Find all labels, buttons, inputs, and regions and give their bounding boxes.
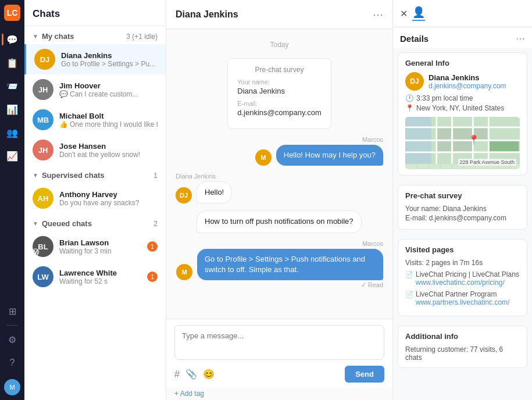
details-menu-icon[interactable]: ⋯	[516, 33, 525, 44]
avatar-lawrence: LW	[33, 266, 53, 287]
nav-analytics[interactable]: 📈	[2, 145, 23, 166]
close-icon[interactable]: ✕	[400, 8, 408, 19]
survey-email-value: d.jenkins@company.com	[237, 108, 321, 117]
supervised-chats-count: 1	[153, 172, 158, 180]
chat-item-diana[interactable]: DJ Diana Jenkins Go to Profile > Setting…	[24, 44, 166, 74]
msg-group-incoming-1: Diana Jenkins DJ Hello!	[176, 173, 383, 203]
chat-preview-jim: 💬 Can I create custom...	[59, 90, 158, 98]
map-widget[interactable]: 📍 228 Park Avenue South	[405, 117, 520, 169]
supervised-chats-section-header[interactable]: ▼ Supervised chats 1	[24, 165, 166, 183]
msg-sender-diana-1: Diana Jenkins	[176, 173, 216, 180]
page-2-url[interactable]: www.partners.livechatinc.com/	[416, 298, 509, 306]
chat-name-diana: Diana Jenkins	[61, 51, 158, 60]
avatar-jose: JH	[33, 140, 53, 160]
returning-customer: Returning customer: 77 visits, 6 chats	[405, 345, 520, 362]
chat-name-brian: Brian Lawson	[59, 238, 145, 247]
nav-user-avatar[interactable]: M	[4, 379, 20, 395]
chat-info-jim: Jim Hoover 💬 Can I create custom...	[59, 81, 158, 98]
details-panel: ✕ 👤 Details ⋯ General Info DJ Diana Jenk…	[392, 0, 532, 400]
nav-settings[interactable]: ⚙	[2, 329, 23, 350]
chat-name-jose: Jose Hansen	[59, 142, 158, 151]
svg-rect-9	[438, 128, 451, 140]
page-2-info: LiveChat Partner Program www.partners.li…	[416, 290, 509, 306]
nav-tickets[interactable]: 📨	[2, 76, 23, 97]
nav-bar: LC 💬 📋 📨 📊 👥 📈 ⊞ ⚙ ? M	[0, 0, 24, 400]
chat-preview-jose: Don't eat the yellow snow!	[59, 151, 158, 159]
chat-header: Diana Jenkins ⋯	[166, 0, 392, 29]
map-address-label: 228 Park Avenue South	[458, 159, 516, 166]
general-info-email: d.jenkins@company.com	[429, 82, 506, 90]
chat-item-jim[interactable]: JH Jim Hoover 💬 Can I create custom...	[24, 74, 166, 105]
chat-item-lawrence[interactable]: LW Lawrence White Waiting for 52 s 1	[24, 262, 166, 292]
visited-page-2: 📄 LiveChat Partner Program www.partners.…	[405, 290, 520, 306]
msg-row-incoming-1: DJ Hello!	[176, 181, 232, 203]
visits-value: 2 pages in 7m 16s	[426, 259, 483, 267]
msg-bubble-incoming-2: How to turn off push notifications on mo…	[197, 210, 362, 233]
chat-input-toolbar: # 📎 😊 Send	[174, 366, 384, 383]
msg-sender-marcos-1: Marcos	[362, 136, 383, 143]
nav-help[interactable]: ?	[2, 352, 23, 373]
nav-visitors[interactable]: 👥	[2, 122, 23, 143]
user-profile-icon[interactable]: 👤	[412, 6, 425, 21]
nav-apps[interactable]: ⊞	[2, 301, 23, 322]
chat-preview-brian: Waiting for 3 min	[59, 247, 145, 255]
nav-notes[interactable]: 📋	[2, 52, 23, 73]
prechat-survey-section: Pre-chat survey Your name: Diana Jenkins…	[398, 185, 527, 230]
general-info-name: Diana Jenkins	[429, 73, 506, 82]
chat-name-michael: Michael Bolt	[59, 112, 158, 120]
attach-icon[interactable]: 📎	[185, 369, 197, 380]
chat-menu-icon[interactable]: ⋯	[373, 8, 383, 21]
msg-group-outgoing-1: Marcos Hello! How may I help you? M	[176, 136, 383, 166]
general-info-name-email: Diana Jenkins d.jenkins@company.com	[429, 73, 506, 90]
avatar-brian: BL Ⓜ	[33, 236, 53, 257]
prechat-survey-title: Pre-chat survey	[405, 191, 520, 200]
my-chats-section-header[interactable]: ▼ My chats 3 (+1 idle)	[24, 26, 166, 44]
msg-bubble-outgoing-1: Hello! How may I help you?	[276, 145, 383, 166]
unread-badge-lawrence: 1	[147, 272, 158, 282]
chat-preview-diana: Go to Profile > Settings > Pu...	[61, 60, 158, 68]
chat-input[interactable]	[174, 325, 384, 360]
nav-reports[interactable]: 📊	[2, 99, 23, 120]
general-info-time: 🕐 3:33 pm local time	[405, 94, 520, 102]
additional-info-section: Additional info Returning customer: 77 v…	[398, 326, 527, 368]
visits-label: Visits:	[405, 259, 426, 267]
emoji-icon[interactable]: 😊	[203, 369, 215, 380]
nav-divider	[6, 325, 18, 326]
add-tag-button[interactable]: + Add tag	[166, 387, 392, 400]
chat-item-brian[interactable]: BL Ⓜ Brian Lawson Waiting for 3 min 1	[24, 231, 166, 262]
chat-preview-anthony: Do you have any snacks?	[59, 199, 158, 207]
survey-name-label: Your name:	[237, 78, 321, 85]
queued-chats-count: 2	[153, 220, 158, 228]
my-chats-label: My chats	[42, 32, 126, 41]
msg-avatar-marcos-2: M	[176, 264, 192, 280]
chat-preview-lawrence: Waiting for 52 s	[59, 277, 145, 285]
chat-info-diana: Diana Jenkins Go to Profile > Settings >…	[61, 51, 158, 68]
queued-chats-section-header[interactable]: ▼ Queued chats 2	[24, 213, 166, 231]
avatar-diana: DJ	[34, 49, 55, 70]
page-1-url[interactable]: www.livechatinc.com/pricing/	[416, 278, 505, 287]
chat-item-anthony[interactable]: AH Anthony Harvey Do you have any snacks…	[24, 183, 166, 213]
svg-rect-12	[438, 141, 451, 151]
queued-chats-chevron: ▼	[33, 220, 38, 227]
local-time: 3:33 pm local time	[416, 94, 473, 102]
send-button[interactable]: Send	[345, 366, 384, 383]
page-1-title: LiveChat Pricing | LiveChat Plans	[416, 270, 519, 278]
chat-item-jose[interactable]: JH Jose Hansen Don't eat the yellow snow…	[24, 135, 166, 165]
avatar-jim: JH	[33, 79, 53, 100]
prechat-email: E-mail: d.jenkins@company.com	[405, 214, 520, 222]
hashtag-icon[interactable]: #	[174, 369, 180, 380]
survey-card-title: Pre-chat survey	[237, 66, 321, 74]
avatar-anthony: AH	[33, 188, 53, 209]
details-title: Details	[400, 34, 429, 44]
page-icon-2: 📄	[405, 291, 413, 298]
chat-info-anthony: Anthony Harvey Do you have any snacks?	[59, 190, 158, 207]
msg-bubble-outgoing-2: Go to Profile > Settings > Push notifica…	[197, 249, 383, 280]
visited-pages-section: Visited pages Visits: 2 pages in 7m 16s …	[398, 239, 527, 316]
chat-name-lawrence: Lawrence White	[59, 269, 145, 277]
sidebar-title: Chats	[24, 0, 166, 26]
nav-chats[interactable]: 💬	[2, 29, 23, 50]
chat-area: Diana Jenkins ⋯ Today Pre-chat survey Yo…	[166, 0, 392, 400]
visits-summary-row: Visits: 2 pages in 7m 16s	[405, 259, 520, 267]
survey-name-value: Diana Jenkins	[237, 87, 321, 95]
chat-item-michael[interactable]: MB Michael Bolt 👍 One more thing I would…	[24, 105, 166, 135]
